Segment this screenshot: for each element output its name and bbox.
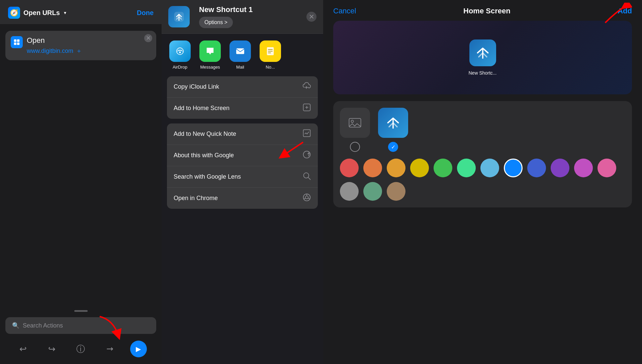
airdrop-label: AirDrop	[173, 65, 187, 70]
photo-icon-box	[340, 108, 370, 138]
panel1-title-area: 🧭 Open URLs ▾	[8, 7, 66, 19]
color-indigo[interactable]	[527, 159, 546, 177]
svg-line-23	[303, 198, 305, 199]
notes-label: No...	[266, 65, 275, 70]
svg-line-18	[308, 177, 310, 180]
color-mint[interactable]	[457, 159, 476, 177]
copy-icloud-link-item[interactable]: Copy iCloud Link	[167, 76, 318, 98]
panel1-header: 🧭 Open URLs ▾ Done	[0, 0, 162, 24]
icon-picker: ✓	[333, 101, 632, 207]
dropdown-arrow-icon[interactable]: ▾	[64, 10, 66, 15]
open-card-url: www.digitbin.com ＋	[27, 47, 151, 55]
about-google-label: About this with Google	[174, 152, 234, 159]
airdrop-icon	[169, 40, 191, 62]
color-brown[interactable]	[387, 182, 405, 201]
shortcut-info: New Shortcut 1 Options >	[199, 5, 301, 28]
mail-share[interactable]: Mail	[228, 40, 252, 70]
panel-shortcuts: 🧭 Open URLs ▾ Done Open www.digitbin.com…	[0, 0, 162, 364]
options-button[interactable]: Options >	[199, 17, 233, 28]
google-lens-label: Search with Google Lens	[174, 173, 241, 180]
add-to-home-screen-item[interactable]: Add to Home Screen	[167, 98, 318, 119]
notes-icon	[260, 40, 281, 62]
menu-group-1: Copy iCloud Link Add to Home Screen	[167, 76, 318, 119]
copy-icloud-icon	[302, 82, 311, 92]
open-card-icon	[11, 36, 23, 48]
svg-point-17	[303, 173, 309, 178]
google-lens-icon	[302, 172, 311, 182]
open-chrome-item[interactable]: Open in Chrome	[167, 188, 318, 209]
svg-line-22	[308, 198, 310, 199]
url-text[interactable]: www.digitbin.com	[27, 48, 73, 55]
quick-note-icon	[302, 129, 311, 139]
done-button[interactable]: Done	[137, 9, 154, 17]
add-to-home-screen-label: Add to Home Screen	[174, 105, 230, 112]
toolbar: ↩ ↪ ⓘ ▶	[5, 341, 156, 357]
color-palette	[340, 159, 625, 201]
panel1-app-name: Open URLs	[23, 9, 60, 17]
search-icon: 🔍	[12, 322, 19, 329]
preview-app-icon	[469, 39, 496, 66]
copy-icloud-link-label: Copy iCloud Link	[174, 83, 219, 90]
share-sheet-header: New Shortcut 1 Options > ✕	[162, 0, 323, 34]
color-violet[interactable]	[574, 159, 593, 177]
svg-rect-15	[303, 130, 310, 137]
cancel-button[interactable]: Cancel	[333, 7, 356, 15]
messages-share[interactable]: Messages	[198, 40, 222, 70]
svg-point-25	[351, 120, 354, 122]
color-purple[interactable]	[551, 159, 569, 177]
share-apps-row: AirDrop Messages Mail	[162, 34, 323, 76]
add-home-icon	[302, 103, 311, 113]
mail-label: Mail	[236, 65, 244, 70]
color-light-blue[interactable]	[480, 159, 499, 177]
messages-icon	[199, 40, 221, 62]
photo-icon-option[interactable]	[340, 108, 370, 152]
mail-icon	[230, 40, 251, 62]
color-orange[interactable]	[387, 159, 405, 177]
shortcut-icon-box	[378, 108, 408, 138]
color-red[interactable]	[340, 159, 359, 177]
home-screen-title: Home Screen	[463, 7, 511, 15]
svg-point-6	[179, 52, 181, 53]
svg-rect-0	[14, 39, 16, 42]
color-green[interactable]	[434, 159, 452, 177]
shortcut-title: New Shortcut 1	[199, 5, 301, 14]
color-blue[interactable]	[504, 159, 523, 177]
search-bar[interactable]: 🔍 Search Actions	[5, 317, 156, 334]
shortcut-radio[interactable]: ✓	[388, 142, 398, 152]
color-teal[interactable]	[363, 182, 382, 201]
undo-button[interactable]: ↩	[15, 341, 31, 357]
add-quick-note-item[interactable]: Add to New Quick Note	[167, 123, 318, 145]
add-url-button[interactable]: ＋	[76, 47, 82, 55]
preview-app-name: New Shortc...	[468, 70, 496, 76]
svg-point-20	[305, 196, 308, 199]
color-gray[interactable]	[340, 182, 359, 201]
open-card-text: Open www.digitbin.com ＋	[27, 36, 151, 55]
add-to-homescreen-button[interactable]: Add	[618, 7, 632, 15]
redo-button[interactable]: ↪	[43, 341, 60, 357]
panel-home-screen: Cancel Home Screen Add New Shortc...	[323, 0, 642, 364]
color-pink[interactable]	[598, 159, 616, 177]
google-lens-item[interactable]: Search with Google Lens	[167, 166, 318, 188]
notes-share[interactable]: No...	[259, 40, 282, 70]
info-button[interactable]: ⓘ	[72, 341, 89, 357]
airdrop-share[interactable]: AirDrop	[168, 40, 192, 70]
color-orange-red[interactable]	[363, 159, 382, 177]
home-screen-header: Cancel Home Screen Add	[323, 0, 642, 21]
drag-handle	[74, 310, 88, 312]
add-quick-note-label: Add to New Quick Note	[174, 130, 236, 138]
svg-rect-1	[17, 39, 19, 42]
photo-radio[interactable]	[350, 142, 360, 152]
about-google-icon	[302, 150, 311, 161]
close-card-button[interactable]: ✕	[144, 34, 152, 42]
color-yellow[interactable]	[410, 159, 429, 177]
about-google-item[interactable]: About this with Google	[167, 145, 318, 166]
close-sharesheet-button[interactable]: ✕	[306, 12, 316, 22]
home-screen-preview: New Shortc...	[333, 21, 632, 94]
chrome-icon	[302, 193, 311, 203]
run-button[interactable]: ▶	[130, 341, 147, 357]
open-url-card: Open www.digitbin.com ＋ ✕	[5, 31, 156, 60]
svg-rect-7	[236, 49, 244, 54]
open-chrome-label: Open in Chrome	[174, 195, 218, 202]
share-button[interactable]	[101, 341, 118, 357]
shortcut-icon-option[interactable]: ✓	[378, 108, 408, 152]
